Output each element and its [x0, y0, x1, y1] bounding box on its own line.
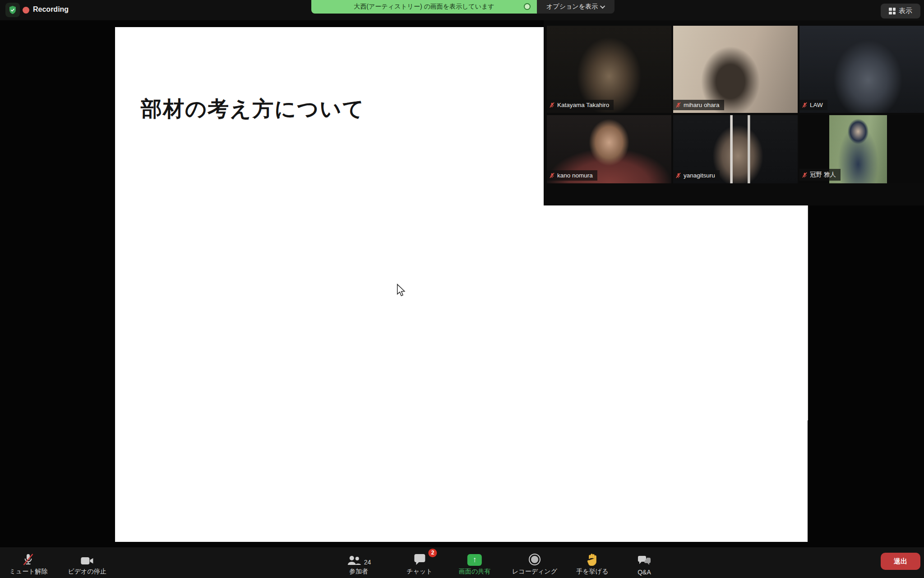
view-button-label: 表示 — [899, 7, 912, 15]
share-screen-button[interactable]: ↑ 画面の共有 — [459, 552, 490, 576]
participants-button[interactable]: 24 参加者 — [346, 552, 371, 576]
participant-tile[interactable]: Katayama Takahiro — [547, 26, 671, 113]
participant-tile[interactable]: kano nomura — [547, 115, 671, 183]
gallery-view-icon — [889, 8, 896, 14]
chat-icon: 2 — [407, 552, 432, 566]
participants-icon: 24 — [346, 552, 371, 566]
participant-name-tag: yanagitsuru — [673, 170, 720, 181]
unmute-button[interactable]: ミュート解除 — [9, 552, 48, 576]
raise-hand-label: 手を挙げる — [577, 568, 609, 576]
participant-name-tag: 冠野 雅人 — [799, 169, 841, 181]
stop-video-label: ビデオの停止 — [68, 568, 106, 576]
muted-mic-icon — [675, 172, 681, 178]
muted-mic-icon — [549, 172, 555, 178]
chat-button[interactable]: 2 チャット — [407, 552, 432, 576]
participant-name-tag: kano nomura — [547, 170, 597, 181]
participant-name-tag: LAW — [799, 100, 827, 110]
share-status-icon — [524, 3, 531, 10]
chat-label: チャット — [407, 568, 432, 576]
mic-muted-icon — [9, 552, 48, 566]
participant-tile[interactable]: 冠野 雅人 — [799, 115, 924, 183]
share-screen-icon: ↑ — [467, 554, 482, 566]
camera-icon — [68, 552, 106, 566]
slide-title: 部材の考え方について — [141, 95, 365, 123]
meeting-toolbar: ミュート解除 ビデオの停止 24 参加者 2 チャット ↑ — [0, 547, 924, 578]
participant-name: Katayama Takahiro — [557, 102, 609, 108]
participants-label: 参加者 — [346, 568, 371, 576]
muted-mic-icon — [802, 172, 808, 178]
security-shield-icon[interactable] — [5, 3, 20, 17]
mouse-cursor — [396, 284, 406, 297]
participants-count: 24 — [364, 559, 371, 566]
qa-icon — [638, 553, 651, 567]
unmute-label: ミュート解除 — [9, 568, 48, 576]
show-options-label: オプションを表示 — [546, 3, 598, 11]
participant-tile[interactable]: LAW — [799, 26, 924, 113]
zoom-meeting-window: Recording 大西(アーティストリー) の画面を表示しています オプション… — [0, 0, 924, 578]
participant-name: 冠野 雅人 — [810, 171, 836, 179]
raised-hand-icon — [577, 552, 609, 566]
stop-video-button[interactable]: ビデオの停止 — [68, 552, 106, 576]
recording-dot-icon — [23, 7, 29, 14]
screen-share-banner: 大西(アーティストリー) の画面を表示しています — [311, 0, 537, 14]
recording-label: Recording — [33, 5, 69, 14]
share-screen-label: 画面の共有 — [459, 568, 490, 576]
leave-meeting-button[interactable]: 退出 — [881, 553, 920, 570]
raise-hand-button[interactable]: 手を挙げる — [577, 552, 609, 576]
participant-name: LAW — [810, 102, 823, 108]
screen-share-banner-text: 大西(アーティストリー) の画面を表示しています — [354, 3, 494, 11]
view-button[interactable]: 表示 — [881, 4, 920, 19]
muted-mic-icon — [675, 102, 681, 108]
chevron-down-icon — [600, 4, 605, 9]
qa-button[interactable]: Q&A — [638, 553, 651, 576]
video-gallery: Katayama Takahiro miharu ohara LAW kano … — [544, 20, 924, 205]
muted-mic-icon — [549, 102, 555, 108]
recording-button[interactable]: レコーディング — [512, 552, 557, 576]
participant-name-tag: miharu ohara — [673, 100, 724, 110]
participant-name: kano nomura — [557, 172, 593, 179]
participant-tile[interactable]: yanagitsuru — [673, 115, 798, 183]
muted-mic-icon — [802, 102, 808, 108]
record-icon — [512, 552, 557, 566]
participant-name: yanagitsuru — [684, 172, 715, 179]
participant-name: miharu ohara — [684, 102, 720, 108]
show-options-button[interactable]: オプションを表示 — [537, 0, 614, 14]
qa-label: Q&A — [638, 569, 651, 576]
recording-label: レコーディング — [512, 568, 557, 576]
participant-name-tag: Katayama Takahiro — [547, 100, 614, 110]
leave-label: 退出 — [894, 557, 907, 566]
chat-badge: 2 — [429, 549, 437, 557]
participant-tile[interactable]: miharu ohara — [673, 26, 798, 113]
